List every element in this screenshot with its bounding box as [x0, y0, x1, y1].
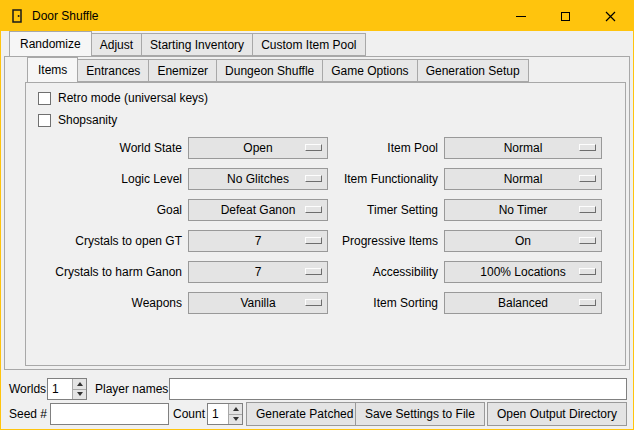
seed-label: Seed #	[9, 407, 47, 421]
dropdown-timer-setting[interactable]: No Timer	[444, 199, 602, 221]
goal-label: Goal	[36, 199, 182, 221]
tab-starting-inventory[interactable]: Starting Inventory	[141, 33, 253, 56]
item-pool-value: Normal	[504, 141, 543, 155]
dropdown-world-state[interactable]: Open	[188, 137, 328, 159]
dropdown-indicator	[305, 237, 322, 244]
accessibility-label: Accessibility	[334, 261, 438, 283]
logic-level-label: Logic Level	[36, 168, 182, 190]
dropdown-indicator	[579, 268, 596, 275]
crystals-gt-label: Crystals to open GT	[36, 230, 182, 252]
dropdown-progressive-items[interactable]: On	[444, 230, 602, 252]
item-functionality-value: Normal	[504, 172, 543, 186]
dropdown-indicator	[305, 144, 322, 151]
dropdown-crystals-gt[interactable]: 7	[188, 230, 328, 252]
bottom-right-buttons: Save Settings to File Open Output Direct…	[355, 402, 627, 426]
shopsanity-label: Shopsanity	[58, 113, 117, 127]
tab-enemizer[interactable]: Enemizer	[148, 59, 217, 82]
shopsanity-box	[38, 114, 51, 127]
maximize-icon	[561, 12, 570, 21]
count-spinbox-input[interactable]	[208, 404, 228, 424]
tab-generation-setup[interactable]: Generation Setup	[417, 59, 529, 82]
world-state-label: World State	[36, 137, 182, 159]
count-spinbox	[207, 403, 243, 425]
item-sorting-label: Item Sorting	[334, 292, 438, 314]
dropdown-item-sorting[interactable]: Balanced	[444, 292, 602, 314]
tab-items[interactable]: Items	[27, 57, 78, 83]
player-names-label: Player names	[95, 382, 168, 396]
seed-input[interactable]	[50, 403, 169, 425]
dropdown-weapons[interactable]: Vanilla	[188, 292, 328, 314]
checkbox-shopsanity[interactable]: Shopsanity	[36, 111, 625, 129]
worlds-spinbox-input[interactable]	[48, 379, 72, 399]
world-state-value: Open	[243, 141, 272, 155]
count-spin-buttons	[228, 404, 242, 424]
arrow-down-icon	[233, 417, 239, 421]
retro-mode-label: Retro mode (universal keys)	[58, 91, 208, 105]
accessibility-value: 100% Locations	[480, 265, 565, 279]
dropdown-indicator	[579, 299, 596, 306]
worlds-spinbox	[47, 378, 87, 400]
open-output-directory-button[interactable]: Open Output Directory	[487, 402, 627, 426]
dropdown-indicator	[305, 206, 322, 213]
count-label: Count	[173, 407, 205, 421]
timer-setting-label: Timer Setting	[334, 199, 438, 221]
window-title: Door Shuffle	[32, 9, 99, 23]
dropdown-item-pool[interactable]: Normal	[444, 137, 602, 159]
app-icon	[10, 9, 24, 23]
dropdown-indicator	[579, 206, 596, 213]
count-spin-up-button[interactable]	[229, 404, 242, 415]
dropdown-goal[interactable]: Defeat Ganon	[188, 199, 328, 221]
crystals-ganon-label: Crystals to harm Ganon	[36, 261, 182, 283]
settings-grid: World State Open Item Pool Normal Logic …	[36, 137, 625, 314]
worlds-spin-buttons	[72, 379, 86, 399]
worlds-spin-down-button[interactable]	[73, 390, 86, 400]
player-names-input[interactable]	[169, 378, 627, 400]
weapons-label: Weapons	[36, 292, 182, 314]
close-icon	[605, 11, 616, 22]
goal-value: Defeat Ganon	[221, 203, 296, 217]
dropdown-indicator	[305, 299, 322, 306]
caption-buttons	[498, 1, 633, 31]
count-spin-down-button[interactable]	[229, 415, 242, 425]
arrow-down-icon	[77, 392, 83, 396]
worlds-spin-up-button[interactable]	[73, 379, 86, 390]
tab-adjust[interactable]: Adjust	[91, 33, 142, 56]
dropdown-crystals-ganon[interactable]: 7	[188, 261, 328, 283]
primary-tab-bar: Randomize Adjust Starting Inventory Cust…	[9, 33, 366, 57]
tab-custom-item-pool[interactable]: Custom Item Pool	[252, 33, 365, 56]
maximize-button[interactable]	[543, 1, 588, 31]
tab-entrances[interactable]: Entrances	[77, 59, 149, 82]
dropdown-indicator	[579, 237, 596, 244]
crystals-gt-value: 7	[255, 234, 262, 248]
dropdown-indicator	[579, 144, 596, 151]
titlebar: Door Shuffle	[1, 1, 633, 31]
tab-game-options[interactable]: Game Options	[322, 59, 417, 82]
close-button[interactable]	[588, 1, 633, 31]
checkbox-retro-mode[interactable]: Retro mode (universal keys)	[36, 89, 625, 107]
dropdown-logic-level[interactable]: No Glitches	[188, 168, 328, 190]
timer-setting-value: No Timer	[499, 203, 548, 217]
save-settings-button[interactable]: Save Settings to File	[355, 402, 485, 426]
minimize-icon	[516, 16, 526, 17]
retro-mode-box	[38, 92, 51, 105]
secondary-tab-bar: Items Entrances Enemizer Dungeon Shuffle…	[27, 59, 529, 83]
dropdown-item-functionality[interactable]: Normal	[444, 168, 602, 190]
tab-dungeon-shuffle[interactable]: Dungeon Shuffle	[216, 59, 323, 82]
dropdown-indicator	[305, 175, 322, 182]
item-sorting-value: Balanced	[498, 296, 548, 310]
item-pool-label: Item Pool	[334, 137, 438, 159]
progressive-items-value: On	[515, 234, 531, 248]
items-pane: Retro mode (universal keys) Shopsanity W…	[25, 82, 626, 366]
app-window: Door Shuffle Randomize Adjust Starting I…	[0, 0, 634, 430]
arrow-up-icon	[233, 407, 239, 411]
arrow-up-icon	[77, 382, 83, 386]
item-functionality-label: Item Functionality	[334, 168, 438, 190]
worlds-label: Worlds	[9, 382, 46, 396]
logic-level-value: No Glitches	[227, 172, 289, 186]
progressive-items-label: Progressive Items	[334, 230, 438, 252]
tab-randomize[interactable]: Randomize	[9, 31, 92, 57]
dropdown-indicator	[579, 175, 596, 182]
crystals-ganon-value: 7	[255, 265, 262, 279]
minimize-button[interactable]	[498, 1, 543, 31]
dropdown-accessibility[interactable]: 100% Locations	[444, 261, 602, 283]
